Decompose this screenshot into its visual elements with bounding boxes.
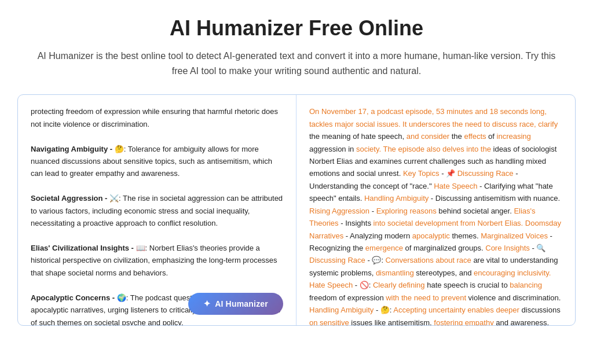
button-label: AI Humanizer — [215, 299, 268, 308]
right-column: On November 17, a podcast episode, 53 mi… — [296, 95, 575, 325]
page-subtitle: AI Humanizer is the best online tool to … — [35, 49, 558, 78]
right-text-content: On November 17, a podcast episode, 53 mi… — [309, 105, 562, 325]
left-text-content: protecting freedom of expression while e… — [31, 105, 283, 325]
header: AI Humanizer Free Online AI Humanizer is… — [0, 0, 593, 89]
star-icon: ✦ — [203, 299, 211, 309]
left-column: protecting freedom of expression while e… — [18, 95, 296, 325]
ai-humanizer-button[interactable]: ✦ AI Humanizer — [188, 293, 283, 315]
page-title: AI Humanizer Free Online — [35, 16, 558, 41]
main-panel: protecting freedom of expression while e… — [17, 94, 576, 326]
